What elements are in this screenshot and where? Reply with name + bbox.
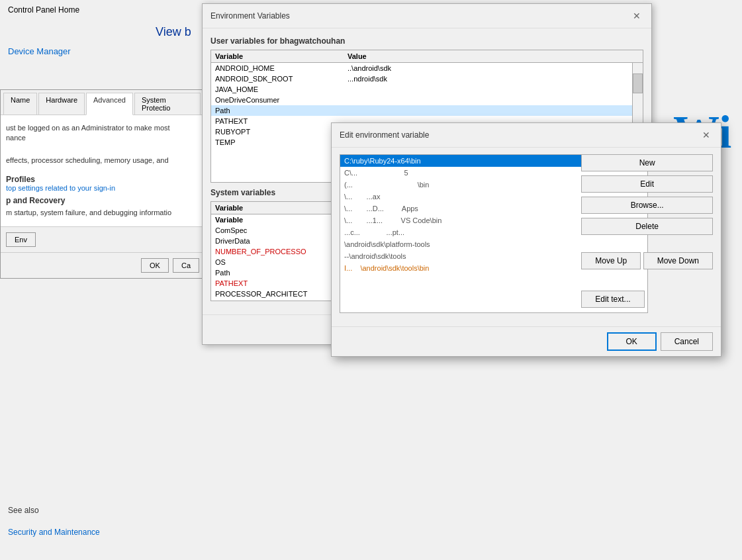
- new-button[interactable]: New: [581, 154, 713, 171]
- move-down-button[interactable]: Move Down: [643, 252, 713, 269]
- edit-button[interactable]: Edit: [581, 175, 713, 193]
- var-name-pathext: PATHEXT: [215, 117, 348, 125]
- profiles-title: Profiles: [6, 175, 199, 184]
- edit-text-button[interactable]: Edit text...: [581, 291, 644, 308]
- user-vars-header: Variable Value: [211, 50, 643, 63]
- var-name-java-home: JAVA_HOME: [215, 85, 348, 93]
- tab-name[interactable]: Name: [3, 93, 37, 115]
- sys-props-cancel[interactable]: Ca: [173, 258, 199, 273]
- sys-props-footer: OK Ca: [1, 252, 205, 278]
- var-value-java-home: [348, 85, 639, 93]
- background: Control Panel Home View b Device Manager…: [0, 0, 742, 560]
- cp-breadcrumb[interactable]: Control Panel Home: [8, 5, 79, 15]
- edit-ok-button[interactable]: OK: [607, 332, 657, 351]
- var-name-onedrive: OneDriveConsumer: [215, 96, 348, 104]
- var-name-rubyopt: RUBYOPT: [215, 128, 348, 136]
- user-var-row-android-sdk-root[interactable]: ANDROID_SDK_ROOT ...ndroid\sdk: [211, 73, 643, 84]
- cp-view-by: View b: [156, 25, 191, 39]
- env-dialog-title: Environment Variables: [210, 11, 290, 21]
- sys-props-tabs: Name Hardware Advanced System Protectio: [1, 90, 205, 115]
- var-name-path: Path: [215, 107, 348, 115]
- var-value-android-home: ..\android\sdk: [348, 64, 639, 72]
- cp-home-link[interactable]: Home: [58, 5, 79, 15]
- env-dialog-titlebar: Environment Variables ✕: [203, 4, 651, 28]
- var-name-android-sdk-root: ANDROID_SDK_ROOT: [215, 75, 348, 83]
- sys-var-name-comspec: ComSpec: [215, 226, 348, 234]
- user-var-row-path[interactable]: Path: [211, 105, 643, 116]
- user-var-row-android-home[interactable]: ANDROID_HOME ..\android\sdk: [211, 63, 643, 73]
- user-vars-label: User variables for bhagwatchouhan: [210, 36, 643, 46]
- edit-cancel-button[interactable]: Cancel: [661, 332, 713, 351]
- var-value-onedrive: [348, 96, 639, 104]
- tab-advanced[interactable]: Advanced: [86, 93, 133, 115]
- cp-device-manager[interactable]: Device Manager: [0, 46, 79, 56]
- col-value-header: Value: [348, 52, 639, 60]
- user-vars-scrollbar-thumb: [633, 73, 643, 93]
- security-maintenance-link[interactable]: Security and Maintenance: [0, 528, 108, 537]
- user-var-row-onedrive[interactable]: OneDriveConsumer: [211, 95, 643, 105]
- sys-props-bottom: Env: [1, 226, 205, 252]
- edit-env-dialog: Edit environment variable ✕ C:\ruby\Ruby…: [331, 122, 721, 357]
- move-buttons-group: Move Up Move Down: [581, 252, 713, 273]
- edit-dialog-right-buttons: New Edit Browse... Delete Move Up Move D…: [581, 154, 713, 308]
- sys-var-name-driverdata: DriverData: [215, 237, 348, 245]
- tab-system-protection[interactable]: System Protectio: [134, 93, 201, 115]
- sys-col-variable-header: Variable: [215, 204, 348, 212]
- tab-hardware[interactable]: Hardware: [38, 93, 85, 115]
- perf-section: effects, processor scheduling, memory us…: [6, 153, 199, 168]
- cp-breadcrumb-text: Control Panel: [8, 5, 56, 15]
- startup-text: m startup, system failure, and debugging…: [6, 205, 199, 220]
- admin-note: ust be logged on as an Administrator to …: [6, 120, 199, 146]
- edit-dialog-close[interactable]: ✕: [700, 128, 713, 142]
- user-var-row-java-home[interactable]: JAVA_HOME: [211, 84, 643, 95]
- sys-props-ok[interactable]: OK: [141, 258, 169, 273]
- system-properties-dialog: Name Hardware Advanced System Protectio …: [0, 89, 205, 279]
- var-name-temp: TEMP: [215, 138, 348, 146]
- sys-var-name-pathext: PATHEXT: [215, 279, 348, 287]
- startup-title: p and Recovery: [6, 196, 199, 205]
- var-name-android-home: ANDROID_HOME: [215, 64, 348, 72]
- var-value-path: [348, 107, 639, 115]
- edit-dialog-titlebar: Edit environment variable ✕: [332, 123, 721, 148]
- sys-var-name-proc-arch: PROCESSOR_ARCHITECT: [215, 290, 348, 298]
- delete-button[interactable]: Delete: [581, 218, 713, 235]
- edit-dialog-footer: OK Cancel: [332, 326, 721, 356]
- edit-dialog-title: Edit environment variable: [340, 130, 429, 140]
- env-vars-button[interactable]: Env: [6, 232, 36, 247]
- sys-var-name-path: Path: [215, 269, 348, 277]
- edit-dialog-body: C:\ruby\Ruby24-x64\bin C\... 5 (... \bin…: [332, 148, 721, 326]
- var-value-android-sdk-root: ...ndroid\sdk: [348, 75, 639, 83]
- perf-text: effects, processor scheduling, memory us…: [6, 153, 199, 168]
- edit-text-group: Edit text...: [581, 291, 713, 308]
- startup-section: p and Recovery m startup, system failure…: [6, 196, 199, 220]
- env-dialog-close[interactable]: ✕: [630, 9, 643, 23]
- cp-header: Control Panel Home: [0, 0, 205, 20]
- sys-var-name-num-processors: NUMBER_OF_PROCESSO: [215, 248, 348, 256]
- profiles-link[interactable]: top settings related to your sign-in: [6, 184, 199, 192]
- col-variable-header: Variable: [215, 52, 348, 60]
- profiles-section: Profiles top settings related to your si…: [6, 175, 199, 192]
- sys-props-content: ust be logged on as an Administrator to …: [1, 115, 205, 226]
- sys-var-name-variable: Variable: [215, 216, 348, 224]
- see-also-section: See also: [0, 500, 47, 520]
- browse-button[interactable]: Browse...: [581, 197, 713, 214]
- move-up-button[interactable]: Move Up: [581, 252, 641, 269]
- sys-var-name-os: OS: [215, 258, 348, 266]
